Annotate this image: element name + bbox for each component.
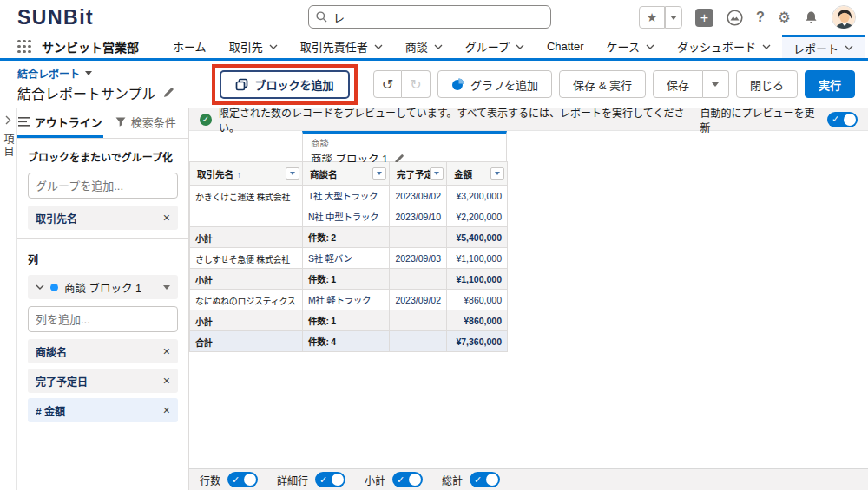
fields-panel-label: 項目 <box>1 134 16 158</box>
remove-icon[interactable]: × <box>163 345 170 357</box>
toggle-switch[interactable]: ✓ <box>470 472 500 487</box>
remove-icon[interactable]: × <box>163 404 170 416</box>
group-chip-list: 取引先名× <box>28 206 178 230</box>
nav-tab-more[interactable]: さらに表示 <box>865 35 868 58</box>
user-avatar[interactable] <box>832 5 856 29</box>
run-button[interactable]: 実行 <box>805 70 855 98</box>
column-header[interactable]: 商談名 <box>303 162 390 186</box>
favorites-star-icon[interactable]: ★ <box>639 6 665 29</box>
column-menu-button[interactable] <box>372 167 386 180</box>
chevron-down-icon <box>269 44 278 49</box>
chevron-down-icon <box>762 44 771 49</box>
add-block-label: ブロックを追加 <box>255 76 334 93</box>
undo-button[interactable]: ↺ <box>373 70 402 98</box>
account-group-cell: かきくけこ運送 株式会社 <box>190 186 303 227</box>
column-chip-list: 商談名×完了予定日×# 金額× <box>28 339 178 422</box>
nav-tab-6[interactable]: Chatter <box>536 35 595 58</box>
add-column-input-box[interactable] <box>28 306 178 332</box>
total-row: 合計件数: 4¥7,360,000 <box>190 331 508 352</box>
global-search-box[interactable] <box>308 5 551 29</box>
fields-panel-collapsed[interactable]: 項目 <box>0 108 17 490</box>
remove-icon[interactable]: × <box>163 212 170 224</box>
save-button[interactable]: 保存 <box>653 70 703 98</box>
toggle-label: 総計 <box>442 473 463 487</box>
nav-tab-8[interactable]: ダッシュボード <box>666 35 782 58</box>
group-chip[interactable]: 取引先名× <box>28 206 178 230</box>
report-type-menu[interactable]: 結合レポート <box>17 66 174 81</box>
record-count-cell: 件数: 1 <box>303 310 390 331</box>
column-chip[interactable]: # 金額× <box>28 398 178 422</box>
toggle-switch[interactable]: ✓ <box>315 472 345 487</box>
grouping-section-title: ブロックをまたいでグループ化 <box>28 149 178 164</box>
trailhead-icon[interactable] <box>727 10 743 26</box>
empty-cell <box>390 310 447 331</box>
summary-amount-cell: ¥7,360,000 <box>447 331 508 352</box>
tab-outline[interactable]: アウトライン <box>17 108 103 138</box>
opportunity-name-cell: M社 軽トラック <box>303 290 390 310</box>
opportunity-name-cell: T社 大型トラック <box>303 186 390 206</box>
tab-outline-label: アウトライン <box>35 114 102 130</box>
save-menu-caret[interactable] <box>703 70 729 98</box>
column-chip[interactable]: 商談名× <box>28 339 178 363</box>
add-chart-label: グラフを追加 <box>470 76 538 93</box>
tab-filters[interactable]: 検索条件 <box>103 108 189 138</box>
sort-ascending-icon: ↑ <box>237 170 241 180</box>
column-chip-label: # 金額 <box>36 403 65 418</box>
toggle-switch[interactable]: ✓ <box>227 472 258 487</box>
outline-list-icon <box>18 117 30 127</box>
block-selector[interactable]: 商談 ブロック 1 <box>28 275 178 299</box>
close-button[interactable]: 閉じる <box>736 70 798 98</box>
toggle-switch[interactable]: ✓ <box>392 472 423 487</box>
toggle-label: 詳細行 <box>277 473 308 487</box>
add-chart-button[interactable]: グラフを追加 <box>437 70 552 98</box>
nav-tab-label: 商談 <box>405 38 428 55</box>
nav-tab-7[interactable]: ケース <box>595 35 666 58</box>
column-menu-button[interactable] <box>490 167 504 180</box>
caret-down-icon <box>163 285 170 290</box>
nav-tab-3[interactable]: 取引先責任者 <box>289 35 394 58</box>
edit-title-pencil-icon[interactable] <box>163 87 174 98</box>
remove-icon[interactable]: × <box>163 375 170 387</box>
nav-tab-9[interactable]: レポート <box>782 35 865 58</box>
column-menu-button[interactable] <box>286 167 299 180</box>
global-search-input[interactable] <box>333 10 524 23</box>
blocks-icon <box>235 78 248 91</box>
detail-row: なにぬねのロジスティクスM社 軽トラック2023/09/02¥860,000 <box>190 290 508 310</box>
nav-tab-2[interactable]: 取引先 <box>218 35 289 58</box>
amount-cell: ¥1,100,000 <box>447 248 508 269</box>
add-block-button[interactable]: ブロックを追加 <box>220 70 350 99</box>
subtotal-row: 小計件数: 1¥1,100,000 <box>190 269 508 290</box>
nav-tab-label: 取引先責任者 <box>300 38 368 55</box>
auto-update-toggle[interactable]: ✓ <box>827 112 858 127</box>
add-group-input[interactable] <box>36 180 188 193</box>
add-column-input[interactable] <box>36 313 188 326</box>
nav-tab-5[interactable]: グループ <box>454 35 536 58</box>
column-chip[interactable]: 完了予定日× <box>28 369 178 393</box>
favorites-caret-icon[interactable] <box>665 6 682 29</box>
global-actions-plus-icon[interactable]: + <box>695 9 713 27</box>
redo-button[interactable]: ↻ <box>402 70 431 98</box>
summary-label-cell: 小計 <box>190 227 303 248</box>
detail-row: さしすせそ急便 株式会社S社 軽バン2023/09/03¥1,100,000 <box>190 248 508 269</box>
column-menu-button[interactable] <box>430 167 444 180</box>
company-logo: SUNBit <box>17 6 94 29</box>
save-and-run-button[interactable]: 保存 & 実行 <box>559 70 646 98</box>
add-group-input-box[interactable] <box>28 173 178 199</box>
nav-tab-label: ホーム <box>173 38 207 55</box>
header-icon-bar: ★ + ? ⚙ <box>639 5 856 29</box>
column-header[interactable]: 金額 <box>447 162 508 186</box>
chevron-down-icon <box>36 284 44 290</box>
amount-cell: ¥860,000 <box>447 290 508 310</box>
column-header[interactable]: 取引先名↑ <box>190 162 303 186</box>
report-title-block: 結合レポート 結合レポートサンプル <box>17 66 174 103</box>
notifications-bell-icon[interactable] <box>804 10 819 25</box>
app-launcher-icon[interactable] <box>17 40 31 54</box>
app-navigation-bar: サンビット営業部 ホーム取引先取引先責任者商談グループChatterケースダッシ… <box>0 35 868 61</box>
help-icon[interactable]: ? <box>756 10 765 25</box>
caret-down-icon <box>85 71 92 75</box>
nav-tab-1[interactable]: ホーム <box>161 35 218 58</box>
columns-section-title: 列 <box>28 252 178 266</box>
column-header[interactable]: 完了予定日 <box>390 162 447 186</box>
setup-gear-icon[interactable]: ⚙ <box>778 9 791 27</box>
nav-tab-4[interactable]: 商談 <box>394 35 454 58</box>
